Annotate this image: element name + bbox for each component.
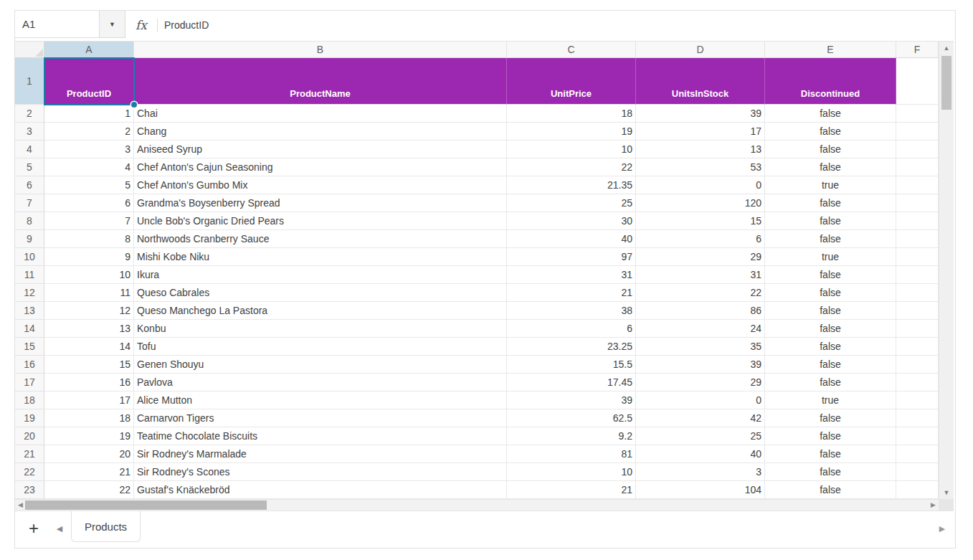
cell-E2[interactable]: false [765, 105, 896, 123]
cell-F3[interactable] [896, 123, 939, 141]
cell-E9[interactable]: false [765, 230, 896, 248]
cell-E3[interactable]: false [765, 123, 896, 141]
sheet-nav-right-icon[interactable]: ▶ [936, 511, 948, 546]
cell-C6[interactable]: 21.35 [507, 176, 636, 194]
vertical-scrollbar-thumb[interactable] [941, 56, 951, 110]
cell-D3[interactable]: 17 [636, 123, 765, 141]
cell-B10[interactable]: Mishi Kobe Niku [134, 248, 507, 266]
cell-E10[interactable]: true [765, 248, 896, 266]
cell-D1[interactable]: UnitsInStock [636, 58, 765, 105]
cell-E12[interactable]: false [765, 284, 896, 302]
cell-B6[interactable]: Chef Anton's Gumbo Mix [134, 176, 507, 194]
cell-A15[interactable]: 14 [44, 338, 134, 356]
cell-C9[interactable]: 40 [507, 230, 636, 248]
cell-A19[interactable]: 18 [44, 409, 134, 427]
sheet-tab-products[interactable]: Products [71, 511, 141, 542]
cell-E5[interactable]: false [765, 158, 896, 176]
cell-B3[interactable]: Chang [134, 123, 507, 141]
cell-E18[interactable]: true [765, 391, 896, 409]
cell-B7[interactable]: Grandma's Boysenberry Spread [134, 194, 507, 212]
row-header-2[interactable]: 2 [15, 105, 44, 123]
cell-D8[interactable]: 15 [636, 212, 765, 230]
cell-C8[interactable]: 30 [507, 212, 636, 230]
row-header-12[interactable]: 12 [15, 284, 44, 302]
formula-input[interactable]: ProductID [164, 11, 948, 39]
cell-D21[interactable]: 40 [636, 445, 765, 463]
cell-D6[interactable]: 0 [636, 176, 765, 194]
cell-B23[interactable]: Gustaf's Knäckebröd [134, 481, 507, 499]
cell-B16[interactable]: Genen Shouyu [134, 356, 507, 374]
cell-E11[interactable]: false [765, 266, 896, 284]
cell-C7[interactable]: 25 [507, 194, 636, 212]
cell-C2[interactable]: 18 [507, 105, 636, 123]
cell-A13[interactable]: 12 [44, 302, 134, 320]
row-header-21[interactable]: 21 [15, 445, 44, 463]
cell-E22[interactable]: false [765, 463, 896, 481]
row-header-1[interactable]: 1 [15, 58, 44, 105]
row-header-3[interactable]: 3 [15, 123, 44, 141]
cell-E15[interactable]: false [765, 338, 896, 356]
row-header-11[interactable]: 11 [15, 266, 44, 284]
cell-D11[interactable]: 31 [636, 266, 765, 284]
cell-A8[interactable]: 7 [44, 212, 134, 230]
row-header-18[interactable]: 18 [15, 391, 44, 409]
row-header-20[interactable]: 20 [15, 427, 44, 445]
cell-C11[interactable]: 31 [507, 266, 636, 284]
cell-F2[interactable] [896, 105, 939, 123]
cell-D4[interactable]: 13 [636, 141, 765, 158]
cell-A4[interactable]: 3 [44, 141, 134, 158]
cell-A6[interactable]: 5 [44, 176, 134, 194]
row-header-22[interactable]: 22 [15, 463, 44, 481]
cell-A3[interactable]: 2 [44, 123, 134, 141]
cell-C17[interactable]: 17.45 [507, 374, 636, 391]
cell-E19[interactable]: false [765, 409, 896, 427]
cell-C16[interactable]: 15.5 [507, 356, 636, 374]
column-header-E[interactable]: E [765, 42, 896, 58]
cell-C13[interactable]: 38 [507, 302, 636, 320]
cell-B17[interactable]: Pavlova [134, 374, 507, 391]
row-header-14[interactable]: 14 [15, 320, 44, 338]
cell-A7[interactable]: 6 [44, 194, 134, 212]
horizontal-scrollbar[interactable]: ◀ ▶ [15, 499, 939, 511]
cell-A12[interactable]: 11 [44, 284, 134, 302]
cell-C22[interactable]: 10 [507, 463, 636, 481]
cell-B19[interactable]: Carnarvon Tigers [134, 409, 507, 427]
cell-E13[interactable]: false [765, 302, 896, 320]
cell-B9[interactable]: Northwoods Cranberry Sauce [134, 230, 507, 248]
cell-D10[interactable]: 29 [636, 248, 765, 266]
cell-D12[interactable]: 22 [636, 284, 765, 302]
cell-D9[interactable]: 6 [636, 230, 765, 248]
cell-A23[interactable]: 22 [44, 481, 134, 499]
cell-B14[interactable]: Konbu [134, 320, 507, 338]
cell-C23[interactable]: 21 [507, 481, 636, 499]
cell-C12[interactable]: 21 [507, 284, 636, 302]
cell-A14[interactable]: 13 [44, 320, 134, 338]
add-sheet-button[interactable]: + [25, 511, 42, 546]
cell-F7[interactable] [896, 194, 939, 212]
cell-F9[interactable] [896, 230, 939, 248]
column-header-B[interactable]: B [134, 42, 507, 58]
cell-B11[interactable]: Ikura [134, 266, 507, 284]
cell-E17[interactable]: false [765, 374, 896, 391]
cell-F16[interactable] [896, 356, 939, 374]
row-header-9[interactable]: 9 [15, 230, 44, 248]
name-box-dropdown-button[interactable]: ▼ [100, 11, 125, 38]
cell-A18[interactable]: 17 [44, 391, 134, 409]
sheet-nav-left-icon[interactable]: ◀ [54, 511, 65, 546]
cell-F20[interactable] [896, 427, 939, 445]
cell-C15[interactable]: 23.25 [507, 338, 636, 356]
cell-D13[interactable]: 86 [636, 302, 765, 320]
row-header-5[interactable]: 5 [15, 158, 44, 176]
cell-E1[interactable]: Discontinued [765, 58, 896, 105]
cell-A20[interactable]: 19 [44, 427, 134, 445]
column-header-F[interactable]: F [896, 42, 939, 58]
cell-D15[interactable]: 35 [636, 338, 765, 356]
cell-F12[interactable] [896, 284, 939, 302]
cell-F15[interactable] [896, 338, 939, 356]
cell-B4[interactable]: Aniseed Syrup [134, 141, 507, 158]
row-header-16[interactable]: 16 [15, 356, 44, 374]
cell-D7[interactable]: 120 [636, 194, 765, 212]
cell-F18[interactable] [896, 391, 939, 409]
cell-A17[interactable]: 16 [44, 374, 134, 391]
row-header-8[interactable]: 8 [15, 212, 44, 230]
